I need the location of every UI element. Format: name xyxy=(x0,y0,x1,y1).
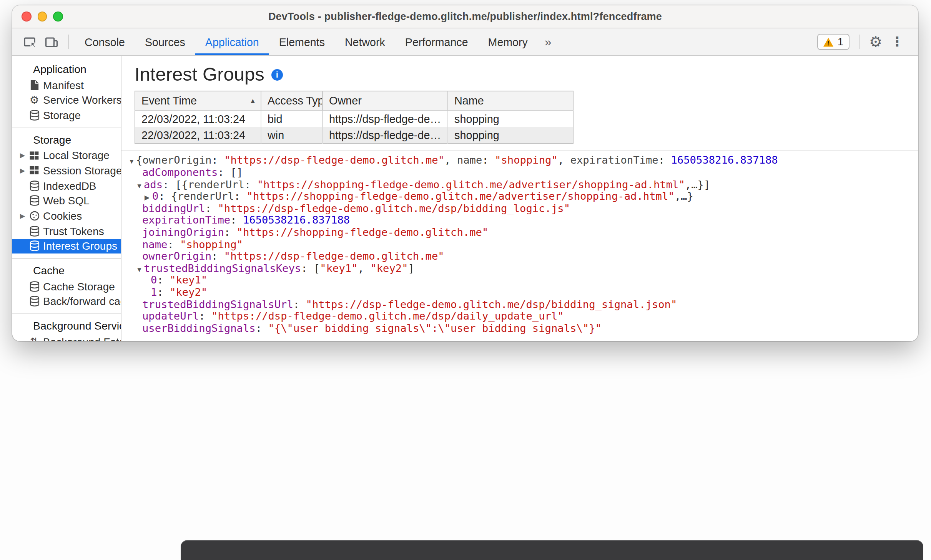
grid-icon xyxy=(28,164,40,177)
table-cell: bid xyxy=(261,110,323,127)
sidebar-item-back-forward-cache[interactable]: Back/forward cache xyxy=(12,294,121,309)
warning-count: 1 xyxy=(838,36,843,48)
sidebar-item-background-fetch[interactable]: ⇅Background Fetch xyxy=(12,334,121,341)
more-tabs-button[interactable]: » xyxy=(538,28,559,55)
sidebar-item-cache-storage[interactable]: Cache Storage xyxy=(12,279,121,294)
devtools-window: DevTools - publisher-fledge-demo.glitch.… xyxy=(12,5,918,341)
json-str: "https://dsp-fledge-demo.glitch.me" xyxy=(224,154,444,166)
expand-arrow-icon[interactable]: ▶ xyxy=(20,212,28,220)
tree-row[interactable]: ▶0: {renderUrl: "https://shopping-fledge… xyxy=(121,191,918,202)
sidebar-item-manifest[interactable]: Manifest xyxy=(12,77,121,92)
json-prop: 0 xyxy=(152,190,158,202)
tree-row[interactable]: joiningOrigin: "https://shopping-fledge-… xyxy=(121,227,918,239)
table-cell: https://dsp-fledge-demo.glitch.me xyxy=(323,110,448,127)
json-str: "{\"user_bidding_signals\":\"user_biddin… xyxy=(268,321,602,334)
table-row[interactable]: 22/03/2022, 11:03:24bidhttps://dsp-fledg… xyxy=(135,110,573,127)
json-plain: : xyxy=(301,262,314,274)
tab-elements[interactable]: Elements xyxy=(269,28,335,55)
disclosure-expanded-icon[interactable]: ▼ xyxy=(136,264,144,276)
tree-row[interactable]: biddingUrl: "https://dsp-fledge-demo.gli… xyxy=(121,203,918,215)
sidebar-item-cookies[interactable]: ▶Cookies xyxy=(12,208,121,223)
json-prop: joiningOrigin xyxy=(142,226,224,238)
tree-row[interactable]: 1: "key2" xyxy=(121,287,918,298)
grid-icon xyxy=(28,149,40,162)
column-header-name[interactable]: Name xyxy=(448,91,573,110)
sidebar-item-interest-groups[interactable]: Interest Groups xyxy=(12,239,121,253)
json-prop: updateUrl xyxy=(142,310,199,322)
json-str: "key2" xyxy=(170,286,207,298)
column-header-event-time[interactable]: Event Time▲ xyxy=(135,91,261,110)
more-options-menu-icon[interactable]: ⋮ xyxy=(887,32,907,52)
disclosure-expanded-icon[interactable]: ▼ xyxy=(136,180,144,192)
tree-row[interactable]: name: "shopping" xyxy=(121,239,918,250)
tab-memory[interactable]: Memory xyxy=(478,28,538,55)
json-plain: ,…}] xyxy=(685,178,710,190)
json-str: "https://dsp-fledge-demo.glitch.me/dsp/b… xyxy=(306,298,677,310)
table-row[interactable]: 22/03/2022, 11:03:24winhttps://dsp-fledg… xyxy=(135,127,573,143)
device-toggle-icon xyxy=(44,34,59,50)
database-icon xyxy=(28,240,40,252)
json-str: "key1" xyxy=(320,262,357,274)
tree-row[interactable]: adComponents: [] xyxy=(121,167,918,179)
inspect-element-icon[interactable] xyxy=(20,32,40,52)
json-plain: : xyxy=(244,178,257,190)
column-header-owner[interactable]: Owner xyxy=(323,91,448,110)
json-plain: , xyxy=(558,154,570,166)
sidebar-item-storage[interactable]: Storage xyxy=(12,108,121,123)
expand-arrow-icon[interactable]: ▶ xyxy=(20,167,28,174)
tree-row[interactable]: ▼{ownerOrigin: "https://dsp-fledge-demo.… xyxy=(121,155,918,167)
json-plain: : xyxy=(211,250,224,262)
json-plain: [{ xyxy=(175,178,188,190)
json-tree: ▼{ownerOrigin: "https://dsp-fledge-demo.… xyxy=(121,150,918,335)
sidebar-item-indexeddb[interactable]: IndexedDB xyxy=(12,178,121,193)
device-toolbar-icon[interactable] xyxy=(42,32,62,52)
column-header-access-type[interactable]: Access Type xyxy=(261,91,323,110)
json-str: "shopping" xyxy=(180,238,243,250)
expand-arrow-icon[interactable]: ▶ xyxy=(20,152,28,159)
tab-sources[interactable]: Sources xyxy=(135,28,195,55)
tree-row[interactable]: userBiddingSignals: "{\"user_bidding_sig… xyxy=(121,322,918,334)
sidebar-section-background-services: Background Services⇅Background Fetch xyxy=(12,315,121,341)
json-prop: 1 xyxy=(151,286,157,298)
sidebar-item-label: Background Fetch xyxy=(43,336,121,341)
tree-row[interactable]: expirationTime: 1650538216.837188 xyxy=(121,215,918,227)
fetch-icon: ⇅ xyxy=(28,336,40,341)
sidebar: ApplicationManifest⚙Service WorkersStora… xyxy=(12,56,121,341)
settings-gear-icon[interactable]: ⚙ xyxy=(866,32,886,52)
tree-row[interactable]: ▼trustedBiddingSignalsKeys: ["key1", "ke… xyxy=(121,262,918,274)
json-prop: adComponents xyxy=(142,166,218,178)
tree-row[interactable]: ownerOrigin: "https://dsp-fledge-demo.gl… xyxy=(121,250,918,262)
table-header-row: Event Time▲Access TypeOwnerName xyxy=(135,91,573,110)
table-cell: https://dsp-fledge-demo.glitch.me xyxy=(323,127,448,143)
json-plain: , xyxy=(358,262,371,274)
sidebar-item-session-storage[interactable]: ▶Session Storage xyxy=(12,163,121,178)
titlebar: DevTools - publisher-fledge-demo.glitch.… xyxy=(12,5,918,28)
sidebar-item-trust-tokens[interactable]: Trust Tokens xyxy=(12,224,121,239)
json-prop: 0 xyxy=(151,274,157,286)
tree-row[interactable]: updateUrl: "https://dsp-fledge-demo.glit… xyxy=(121,310,918,322)
column-label: Owner xyxy=(329,94,362,107)
disclosure-expanded-icon[interactable]: ▼ xyxy=(128,156,136,168)
info-icon[interactable]: i xyxy=(271,69,283,80)
sidebar-item-web-sql[interactable]: Web SQL xyxy=(12,193,121,208)
table-cell: shopping xyxy=(448,110,573,127)
console-warnings-badge[interactable]: 1 xyxy=(818,34,850,50)
json-num: 1650538216.837188 xyxy=(243,214,350,226)
sidebar-item-label: Back/forward cache xyxy=(43,295,121,308)
json-plain: : xyxy=(163,178,175,190)
sidebar-section-cache: CacheCache StorageBack/forward cache xyxy=(12,259,121,315)
tab-console[interactable]: Console xyxy=(75,28,135,55)
table-cell: shopping xyxy=(448,127,573,143)
tree-row[interactable]: ▼ads: [{renderUrl: "https://shopping-fle… xyxy=(121,179,918,191)
sidebar-item-local-storage[interactable]: ▶Local Storage xyxy=(12,148,121,163)
toolbar-right-controls: 1 ⚙ ⋮ xyxy=(818,32,918,52)
tree-row[interactable]: trustedBiddingSignalsUrl: "https://dsp-f… xyxy=(121,298,918,310)
json-plain: : xyxy=(256,321,268,334)
tree-row[interactable]: 0: "key1" xyxy=(121,275,918,287)
table-body: 22/03/2022, 11:03:24bidhttps://dsp-fledg… xyxy=(135,110,573,144)
sidebar-item-service-workers[interactable]: ⚙Service Workers xyxy=(12,93,121,108)
tab-network[interactable]: Network xyxy=(335,28,395,55)
tab-application[interactable]: Application xyxy=(195,28,269,55)
json-num: 1650538216.837188 xyxy=(671,154,778,166)
tab-performance[interactable]: Performance xyxy=(395,28,478,55)
